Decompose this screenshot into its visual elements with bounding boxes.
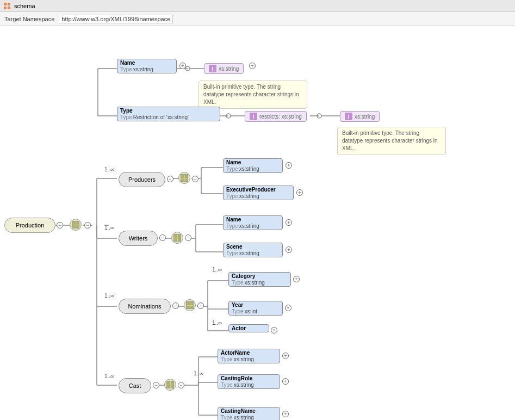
- svg-rect-2: [4, 7, 7, 9]
- restricts-icon: ∥: [250, 113, 257, 120]
- ns-label: Target Namespace: [4, 16, 54, 22]
- production-node[interactable]: Production: [4, 218, 55, 233]
- mult-actor: 1..∞: [212, 320, 222, 326]
- cast-comp-minus[interactable]: −: [178, 382, 184, 388]
- exec-producer-plus[interactable]: +: [296, 189, 303, 196]
- nominations-compositor[interactable]: [184, 299, 196, 311]
- cast-node[interactable]: Cast: [119, 378, 151, 393]
- writers-minus[interactable]: −: [159, 234, 166, 241]
- mult-category: 1..∞: [212, 267, 222, 273]
- xs-string-top-plus[interactable]: +: [249, 63, 256, 69]
- mult-writers: 1..∞: [104, 225, 114, 231]
- actor-name-node[interactable]: ActorName Typexs:string: [218, 349, 280, 363]
- main-comp-minus[interactable]: −: [84, 222, 91, 228]
- svg-rect-3: [8, 7, 10, 9]
- restricts-node[interactable]: ∥ restricts: xs:string: [245, 111, 307, 122]
- producers-name-plus[interactable]: +: [286, 162, 292, 169]
- window-title: schema: [14, 3, 35, 9]
- mult-producers: 1..∞: [104, 166, 114, 172]
- type-node[interactable]: Type TypeRestriction of 'xs:string': [117, 107, 220, 121]
- casting-role-node[interactable]: CastingRole Typexs:string: [218, 374, 280, 389]
- actor-plus[interactable]: +: [271, 327, 277, 333]
- scene-node[interactable]: Scene Typexs:string: [223, 243, 283, 257]
- nominations-node[interactable]: Nominations: [119, 299, 171, 314]
- producers-comp-minus[interactable]: −: [192, 176, 198, 182]
- actor-name-plus[interactable]: +: [282, 353, 289, 359]
- writers-name-plus[interactable]: +: [286, 219, 292, 226]
- tooltip-bottom: Built-in primitive type. The string data…: [337, 127, 446, 155]
- writers-comp-minus[interactable]: −: [185, 234, 191, 241]
- svg-point-19: [185, 66, 190, 71]
- nominations-comp-minus[interactable]: −: [197, 302, 204, 309]
- name-top-plus[interactable]: +: [179, 63, 186, 69]
- year-node[interactable]: Year Typexs:int: [228, 301, 283, 316]
- svg-rect-0: [4, 3, 7, 5]
- producers-minus[interactable]: −: [167, 176, 173, 182]
- canvas: Name Typexs:string + ∥ xs:string + Built…: [0, 26, 515, 420]
- writers-compositor[interactable]: [171, 232, 183, 244]
- svg-point-22: [226, 114, 231, 118]
- mult-cast: 1..∞: [104, 373, 114, 379]
- writers-node[interactable]: Writers: [119, 231, 158, 246]
- main-compositor[interactable]: [70, 219, 82, 231]
- name-top-node[interactable]: Name Typexs:string: [117, 59, 177, 73]
- casting-name-node[interactable]: CastingName Typexs:string: [218, 407, 280, 420]
- cast-compositor[interactable]: [164, 379, 176, 391]
- mult-nominations: 1..∞: [104, 293, 114, 299]
- year-plus[interactable]: +: [285, 305, 291, 311]
- category-node[interactable]: Category Typexs:string: [228, 272, 291, 287]
- xs-string2-icon: ∥: [345, 113, 352, 120]
- schema-icon: [3, 2, 11, 10]
- producers-compositor[interactable]: [178, 172, 190, 184]
- cast-minus[interactable]: −: [153, 382, 159, 388]
- nominations-minus[interactable]: −: [172, 302, 179, 309]
- writers-name-node[interactable]: Name Typexs:string: [223, 215, 283, 230]
- xs-string-second[interactable]: ∥ xs:string: [340, 111, 380, 122]
- xs-string-icon: ∥: [209, 65, 216, 72]
- scene-plus[interactable]: +: [286, 246, 292, 253]
- exec-producer-node[interactable]: ExecutiveProducer Typexs:string: [223, 186, 294, 200]
- svg-point-25: [317, 114, 321, 118]
- casting-role-plus[interactable]: +: [282, 378, 289, 385]
- casting-name-plus[interactable]: +: [282, 411, 289, 417]
- mult-casting-role: 1..∞: [194, 370, 203, 376]
- production-minus[interactable]: −: [57, 222, 63, 228]
- title-bar: schema: [0, 0, 515, 12]
- producers-node[interactable]: Producers: [119, 172, 165, 187]
- tooltip-top: Built-in primitive type. The string data…: [198, 81, 307, 109]
- svg-rect-1: [8, 3, 10, 5]
- category-plus[interactable]: +: [293, 276, 300, 282]
- ns-value: http://www.w3.org/XML/1998/namespace: [59, 15, 173, 23]
- xs-string-top[interactable]: ∥ xs:string: [204, 63, 244, 74]
- namespace-bar: Target Namespace http://www.w3.org/XML/1…: [0, 12, 515, 26]
- actor-node[interactable]: Actor: [228, 324, 269, 332]
- producers-name-node[interactable]: Name Typexs:string: [223, 158, 283, 173]
